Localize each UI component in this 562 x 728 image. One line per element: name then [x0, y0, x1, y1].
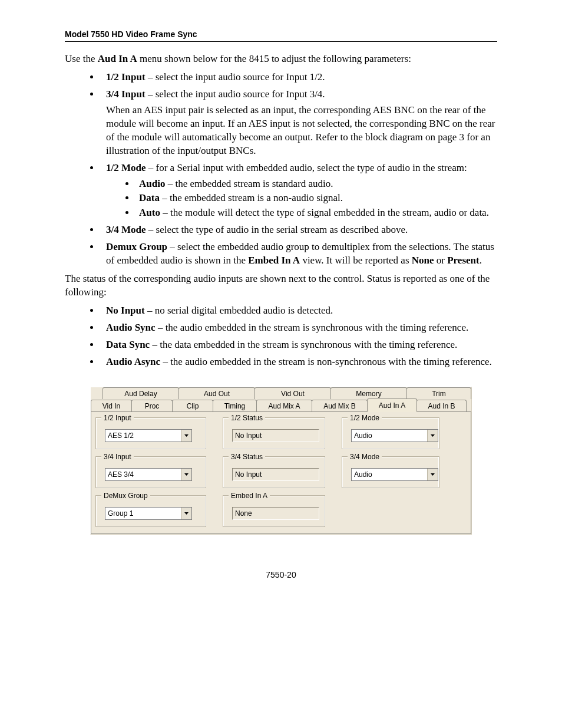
status-no-input-label: No Input	[106, 305, 145, 316]
group-12-status: 1/2 Status No Input	[223, 418, 325, 449]
tab-vid-out[interactable]: Vid Out	[254, 387, 331, 399]
param-12-input: 1/2 Input – select the input audio sourc…	[100, 71, 497, 84]
value-12-status: No Input	[232, 429, 319, 442]
svg-marker-2	[184, 473, 189, 476]
param-demux-text-none: None	[412, 255, 434, 266]
select-34-mode-value: Audio	[352, 469, 427, 480]
value-embed-in-a: None	[232, 507, 319, 520]
tab-proc[interactable]: Proc	[131, 400, 173, 411]
tab-trim[interactable]: Trim	[406, 387, 471, 399]
mode-option-auto-text: – the module will detect the type of sig…	[160, 207, 489, 218]
param-demux-group: Demux Group – select the embedded audio …	[100, 241, 497, 268]
status-data-sync: Data Sync – the data embedded in the str…	[100, 338, 497, 352]
intro-lead-suffix: menu shown below for the 8415 to adjust …	[137, 53, 411, 64]
select-demux-value: Group 1	[105, 508, 181, 519]
tab-clip[interactable]: Clip	[172, 400, 213, 411]
select-34-mode[interactable]: Audio	[351, 468, 438, 481]
mode-option-data: Data – the embedded stream is a non-audi…	[135, 192, 497, 205]
group-34-input-legend: 3/4 Input	[101, 453, 134, 461]
status-audio-sync-text: – the audio embedded in the stream is sy…	[156, 322, 469, 333]
status-audio-sync-label: Audio Sync	[106, 322, 156, 333]
chevron-down-icon[interactable]	[181, 430, 191, 442]
tab-memory[interactable]: Memory	[330, 387, 407, 399]
group-34-status: 3/4 Status No Input	[223, 457, 325, 487]
intro-lead-bold: Aud In A	[98, 53, 137, 64]
chevron-down-icon[interactable]	[181, 508, 191, 519]
param-demux-text-bold: Embed In A	[248, 255, 300, 266]
select-demux[interactable]: Group 1	[105, 507, 192, 520]
group-12-mode: 1/2 Mode Audio	[342, 418, 439, 449]
status-data-sync-label: Data Sync	[106, 339, 150, 350]
header-rule	[65, 41, 497, 42]
page-footer: 7550-20	[65, 570, 497, 579]
mode-option-audio-text: – the embedded stream is standard audio.	[165, 178, 333, 189]
param-12-mode-label: 1/2 Mode	[106, 162, 146, 173]
aud-in-a-panel: Aud Delay Aud Out Vid Out Memory Trim Vi…	[90, 387, 472, 535]
mode-option-auto: Auto – the module will detect the type o…	[135, 206, 497, 220]
group-12-mode-legend: 1/2 Mode	[348, 414, 382, 422]
tab-panel-aud-in-a: 1/2 Input AES 1/2 1/2 Status No Input	[91, 411, 471, 534]
select-12-input-value: AES 1/2	[105, 430, 181, 442]
param-34-mode-label: 3/4 Mode	[106, 224, 146, 235]
select-34-input-value: AES 3/4	[105, 469, 181, 480]
status-audio-async-label: Audio Async	[106, 356, 160, 367]
tab-aud-delay[interactable]: Aud Delay	[103, 387, 179, 399]
param-demux-text-end: .	[480, 255, 482, 266]
group-12-input: 1/2 Input AES 1/2	[96, 418, 206, 449]
running-header: Model 7550 HD Video Frame Sync	[65, 29, 497, 39]
select-34-input[interactable]: AES 3/4	[105, 468, 192, 481]
param-34-input: 3/4 Input – select the input audio sourc…	[100, 88, 497, 158]
group-12-input-legend: 1/2 Input	[101, 414, 134, 422]
status-audio-async: Audio Async – the audio embedded in the …	[100, 355, 497, 369]
param-12-mode-options: Audio – the embedded stream is standard …	[106, 177, 497, 220]
param-34-mode-text: – select the type of audio in the serial…	[146, 224, 408, 235]
group-demux: DeMux Group Group 1	[96, 496, 206, 526]
status-intro: The status of the corresponding audio in…	[65, 272, 497, 299]
select-12-input[interactable]: AES 1/2	[105, 429, 192, 442]
value-34-status: No Input	[232, 468, 319, 481]
mode-option-data-label: Data	[139, 192, 160, 203]
group-embed-in-a-legend: Embed In A	[229, 492, 270, 500]
status-no-input-text: – no serial digital embedded audio is de…	[145, 305, 333, 316]
tab-timing[interactable]: Timing	[213, 400, 257, 411]
tab-row-upper: Aud Delay Aud Out Vid Out Memory Trim	[91, 387, 471, 399]
parameters-list: 1/2 Input – select the input audio sourc…	[65, 71, 497, 268]
status-data-sync-text: – the data embedded in the stream is syn…	[150, 339, 457, 350]
param-12-mode-text: – for a Serial input with embedded audio…	[146, 162, 467, 173]
chevron-down-icon[interactable]	[427, 469, 438, 480]
mode-option-data-text: – the embedded stream is a non-audio sig…	[160, 192, 343, 203]
chevron-down-icon[interactable]	[181, 469, 191, 480]
svg-marker-0	[184, 434, 189, 437]
tab-aud-in-b[interactable]: Aud In B	[416, 400, 467, 411]
param-34-input-label: 3/4 Input	[106, 88, 146, 100]
param-demux-label: Demux Group	[106, 241, 167, 252]
select-12-mode[interactable]: Audio	[351, 429, 438, 442]
group-34-input: 3/4 Input AES 3/4	[96, 457, 206, 487]
intro-paragraph: Use the Aud In A menu shown below for th…	[65, 52, 497, 66]
param-34-input-note: When an AES input pair is selected as an…	[106, 104, 497, 158]
status-audio-sync: Audio Sync – the audio embedded in the s…	[100, 321, 497, 335]
group-12-status-legend: 1/2 Status	[229, 414, 265, 422]
tab-aud-mix-a[interactable]: Aud Mix A	[256, 400, 312, 411]
param-demux-text-mid: view. It will be reported as	[300, 255, 412, 266]
tab-aud-mix-b[interactable]: Aud Mix B	[312, 400, 368, 411]
param-34-mode: 3/4 Mode – select the type of audio in t…	[100, 223, 497, 237]
intro-lead-prefix: Use the	[65, 53, 98, 64]
param-34-input-text: – select the input audio source for Inpu…	[146, 88, 325, 100]
mode-option-audio: Audio – the embedded stream is standard …	[135, 177, 497, 191]
tab-strip: Aud Delay Aud Out Vid Out Memory Trim Vi…	[91, 387, 471, 534]
svg-marker-1	[431, 434, 435, 437]
group-34-status-legend: 3/4 Status	[229, 453, 265, 461]
tab-aud-in-a[interactable]: Aud In A	[367, 398, 417, 412]
chevron-down-icon[interactable]	[427, 430, 438, 442]
status-list: No Input – no serial digital embedded au…	[65, 304, 497, 369]
group-34-mode-legend: 3/4 Mode	[348, 453, 382, 461]
group-34-mode: 3/4 Mode Audio	[342, 457, 439, 487]
tab-row-lower: Vid In Proc Clip Timing Aud Mix A Aud Mi…	[91, 398, 471, 411]
tab-aud-out[interactable]: Aud Out	[178, 387, 255, 399]
tab-vid-in[interactable]: Vid In	[91, 400, 132, 411]
param-12-input-label: 1/2 Input	[106, 71, 146, 83]
param-demux-text-or: or	[434, 255, 448, 266]
mode-option-audio-label: Audio	[139, 178, 165, 189]
status-audio-async-text: – the audio embedded in the stream is no…	[160, 356, 492, 367]
